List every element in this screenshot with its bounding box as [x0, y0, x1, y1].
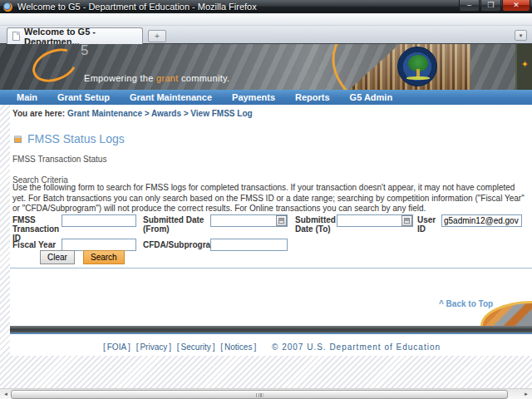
footer-link-foia[interactable]: FOIA — [107, 342, 126, 352]
cfda-subprogram-input[interactable] — [210, 239, 288, 251]
breadcrumb-path[interactable]: Grant Maintenance > Awards > View FMSS L… — [67, 109, 253, 118]
footer-link-privacy[interactable]: Privacy — [140, 342, 167, 352]
submitted-date-from-label: Submitted Date (From) — [143, 215, 211, 234]
copyright-text: © 2007 U.S. Department of Education — [272, 342, 441, 352]
menu-strip — [0, 13, 532, 26]
dept-of-education-seal — [397, 47, 437, 86]
torch-icon: ✦ — [521, 59, 529, 70]
footer-blue-line — [10, 332, 532, 334]
content-area: You are here: Grant Maintenance > Awards… — [10, 105, 532, 356]
search-button[interactable]: Search — [83, 250, 125, 264]
seal-banner — [406, 76, 430, 80]
section-divider — [10, 268, 532, 268]
nav-item-g5-admin[interactable]: G5 Admin — [350, 92, 393, 102]
scroll-left-arrow[interactable]: ◄ — [2, 391, 10, 398]
site-header: 5 Empowering the grant community. ✦ — [0, 44, 532, 90]
bracket: ] — [167, 342, 173, 352]
nav-item-reports[interactable]: Reports — [295, 92, 330, 102]
window-controls: – ❐ ✕ — [458, 0, 530, 12]
header-tagline: Empowering the grant community. — [84, 73, 229, 83]
scroll-right-arrow[interactable]: ► — [522, 391, 530, 398]
fiscal-year-input[interactable] — [62, 239, 136, 251]
fmss-transaction-id-input[interactable] — [62, 214, 136, 227]
tab-bar: Welcome to G5 - Departmen... + ▾ — [0, 26, 532, 44]
instructions-text: Use the following form to search for FMS… — [12, 183, 528, 214]
title-bar: Welcome to G5 - Department of Education … — [0, 0, 532, 13]
page-subtitle: FMSS Transaction Status — [12, 155, 106, 164]
tab-welcome-to-g5[interactable]: Welcome to G5 - Departmen... — [7, 27, 143, 44]
scrollbar-thumb[interactable] — [11, 390, 508, 399]
calendar-from-button[interactable] — [276, 215, 287, 226]
page-title: FMSS Status Logs — [27, 132, 125, 145]
bracket: ] — [211, 342, 217, 352]
user-id-input[interactable] — [441, 214, 522, 227]
minimize-button[interactable]: – — [459, 0, 480, 12]
tagline-accent: grant — [156, 73, 179, 83]
bracket: [ — [101, 342, 107, 352]
list-all-tabs-button[interactable]: ▾ — [515, 30, 527, 41]
nav-item-grant-setup[interactable]: Grant Setup — [57, 92, 110, 102]
horizontal-scrollbar[interactable]: ◄ ► — [0, 388, 532, 399]
footer-link-security[interactable]: Security — [181, 342, 211, 352]
g5-logo-five: 5 — [81, 44, 88, 59]
seal-tree-trunk — [416, 69, 420, 76]
tagline-pre: Empowering the — [84, 73, 156, 83]
new-tab-button[interactable]: + — [148, 30, 166, 42]
restore-button[interactable]: ❐ — [480, 0, 501, 12]
footer-photo-strip — [10, 326, 532, 332]
header-curve-decoration — [319, 44, 467, 90]
breadcrumb-prefix: You are here: — [12, 109, 67, 118]
close-button[interactable]: ✕ — [502, 0, 530, 12]
nav-item-grant-maintenance[interactable]: Grant Maintenance — [130, 92, 212, 102]
window-title: Welcome to G5 - Department of Education … — [17, 2, 257, 12]
section-bullet-icon — [14, 135, 22, 143]
user-id-label: User ID — [417, 215, 444, 234]
fiscal-year-label: Fiscal Year — [12, 240, 62, 249]
bracket: ] — [126, 342, 132, 352]
nav-item-main[interactable]: Main — [17, 92, 37, 102]
cfda-subprogram-label: CFDA/Subprogram — [143, 240, 218, 249]
scrollbar-grip — [256, 393, 264, 397]
main-navigation: Main Grant Setup Grant Maintenance Payme… — [0, 90, 532, 105]
footer-link-notices[interactable]: Notices — [224, 342, 252, 352]
page-title-row: FMSS Status Logs — [14, 132, 125, 145]
firefox-icon — [3, 2, 12, 12]
tab-label: Welcome to G5 - Departmen... — [24, 27, 137, 47]
breadcrumb: You are here: Grant Maintenance > Awards… — [12, 109, 253, 118]
tagline-post: community. — [179, 73, 230, 83]
fmss-transaction-id-label: FMSS Transaction ID — [12, 215, 61, 243]
clear-button[interactable]: Clear — [40, 250, 75, 264]
bracket: [ — [175, 342, 181, 352]
page-icon — [12, 32, 20, 41]
bracket: ] — [252, 342, 258, 352]
submitted-date-to-label: Submitted Date (To) — [295, 215, 338, 234]
back-to-top-link[interactable]: ^ Back to Top — [439, 299, 493, 308]
footer: [FOIA] [Privacy] [Security] [Notices] © … — [10, 342, 532, 352]
calendar-to-button[interactable] — [401, 215, 412, 226]
nav-item-payments[interactable]: Payments — [232, 92, 275, 102]
browser-window: Welcome to G5 - Department of Education … — [0, 0, 532, 399]
